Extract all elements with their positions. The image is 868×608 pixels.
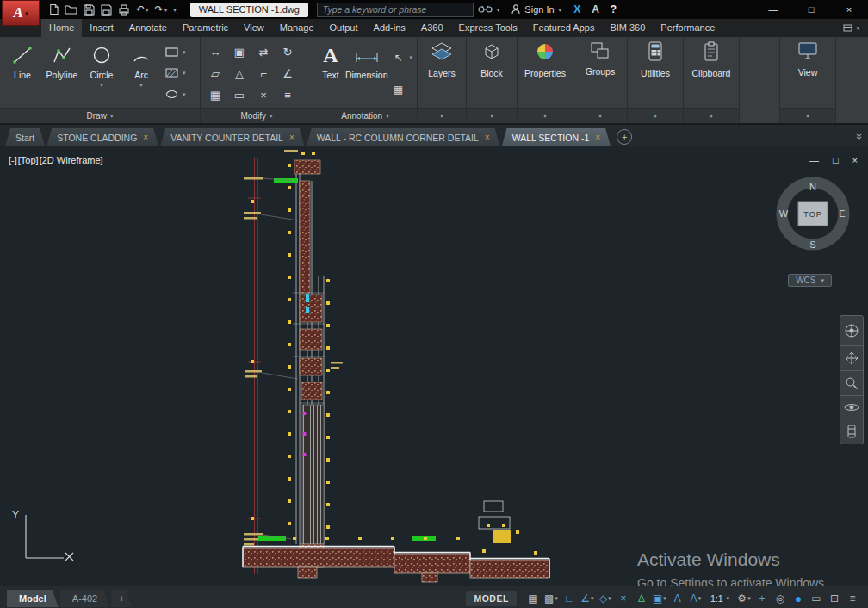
- clipboard-panel-expander[interactable]: ▾: [684, 108, 739, 123]
- layout-tab-a402[interactable]: A-402: [60, 590, 109, 607]
- dimension-button[interactable]: Dimension: [345, 39, 388, 108]
- a360-icon[interactable]: A: [592, 3, 599, 16]
- ortho-toggle[interactable]: ∟: [561, 590, 578, 607]
- offset-icon[interactable]: ≡: [277, 86, 298, 105]
- annotation-panel-expander[interactable]: Annotation ▾: [313, 108, 417, 123]
- new-file-button[interactable]: [48, 3, 59, 16]
- zoom-button[interactable]: [840, 370, 863, 395]
- save-as-button[interactable]: [101, 4, 112, 16]
- explode-icon[interactable]: ×: [253, 86, 274, 105]
- customization-button[interactable]: ≡: [844, 590, 861, 607]
- ribbon-tab-parametric[interactable]: Parametric: [175, 19, 236, 37]
- ribbon-tab-bim360[interactable]: BIM 360: [602, 19, 653, 37]
- pan-button[interactable]: [840, 345, 863, 370]
- utilities-panel-expander[interactable]: ▾: [628, 108, 683, 123]
- viewcube-south[interactable]: S: [809, 239, 815, 250]
- text-button[interactable]: A Text: [316, 39, 345, 108]
- visual-style-button[interactable]: [2D Wireframe]: [40, 155, 103, 165]
- move-icon[interactable]: ↔: [205, 43, 226, 62]
- close-tab-icon[interactable]: ×: [143, 133, 148, 142]
- new-drawing-tab-button[interactable]: +: [617, 129, 632, 145]
- viewport-restore-icon[interactable]: □: [833, 155, 839, 165]
- trim-icon[interactable]: ⌐: [253, 65, 274, 84]
- stretch-icon[interactable]: ⇄: [253, 43, 274, 62]
- fillet-icon[interactable]: ∠: [277, 65, 298, 84]
- polyline-button[interactable]: Polyline: [42, 39, 82, 108]
- ribbon-tab-view[interactable]: View: [236, 19, 272, 37]
- block-button[interactable]: Block: [469, 39, 514, 108]
- ribbon-tab-addins[interactable]: Add-ins: [366, 19, 413, 37]
- polar-tracking-toggle[interactable]: ∠▾: [579, 590, 596, 607]
- ribbon-tab-home[interactable]: Home: [41, 19, 82, 37]
- view-controls-button[interactable]: [Top]: [18, 155, 39, 165]
- utilities-button[interactable]: Utilities: [630, 39, 680, 108]
- search-input[interactable]: [317, 3, 474, 17]
- search-binoculars-icon[interactable]: [478, 4, 493, 16]
- erase-icon[interactable]: ▭: [229, 86, 250, 105]
- ribbon-tab-insert[interactable]: Insert: [82, 19, 121, 37]
- redo-button[interactable]: ↷▾: [155, 4, 168, 15]
- mirror-icon[interactable]: ▱: [205, 65, 226, 84]
- exchange-apps-icon[interactable]: X: [574, 3, 580, 16]
- properties-button[interactable]: Properties: [520, 39, 570, 108]
- draw-panel-expander[interactable]: Draw ▾: [0, 108, 200, 123]
- groups-panel-expander[interactable]: ▾: [574, 108, 627, 123]
- arc-button[interactable]: Arc ▾: [121, 39, 161, 108]
- file-tab-vanity-counter-detail[interactable]: VANITY COUNTER DETAIL ×: [160, 128, 305, 146]
- caret-down-icon[interactable]: ▾: [497, 7, 500, 13]
- save-button[interactable]: [84, 4, 95, 16]
- modify-panel-expander[interactable]: Modify ▾: [201, 108, 313, 123]
- viewcube-west[interactable]: W: [779, 208, 789, 219]
- wcs-control[interactable]: WCS ▾: [788, 274, 832, 287]
- file-tab-wall-section-1[interactable]: WALL SECTION -1 ×: [502, 128, 611, 146]
- annotation-scale-control[interactable]: 1:1▾: [705, 593, 735, 604]
- application-menu-button[interactable]: A ▾: [2, 0, 40, 26]
- osnap-toggle[interactable]: ▣▾: [651, 590, 668, 607]
- close-tab-icon[interactable]: ×: [289, 133, 294, 142]
- copy-icon[interactable]: ▣: [229, 43, 250, 62]
- close-button[interactable]: ×: [830, 0, 868, 19]
- annotation-monitor-toggle[interactable]: +: [753, 590, 771, 607]
- ribbon-tab-express-tools[interactable]: Express Tools: [451, 19, 525, 37]
- ribbon-tab-annotate[interactable]: Annotate: [121, 19, 175, 37]
- plot-button[interactable]: [118, 4, 130, 16]
- help-icon[interactable]: ?: [611, 3, 617, 16]
- viewport-menu-button[interactable]: [-]: [9, 155, 17, 165]
- clipboard-button[interactable]: Clipboard: [686, 39, 736, 108]
- isodraft-toggle[interactable]: ◇▾: [597, 590, 614, 607]
- maximize-button[interactable]: □: [792, 0, 830, 19]
- clean-screen-toggle[interactable]: ⊡: [826, 590, 843, 607]
- ribbon-tab-a360[interactable]: A360: [413, 19, 451, 37]
- model-space-button[interactable]: MODEL: [466, 591, 516, 606]
- ribbon-tab-output[interactable]: Output: [322, 19, 366, 37]
- ribbon-display-toggle[interactable]: ▾: [843, 19, 859, 37]
- workspace-switching-button[interactable]: ⚙▾: [735, 590, 753, 607]
- tab-overflow-chevron-icon[interactable]: »: [853, 133, 866, 140]
- groups-button[interactable]: Groups: [576, 39, 624, 108]
- file-tab-stone-cladding[interactable]: STONE CLADDING ×: [46, 128, 158, 146]
- annotation-visibility-toggle[interactable]: A: [669, 590, 686, 607]
- view-panel-expander[interactable]: ▾: [780, 108, 835, 123]
- navigation-wheel-button[interactable]: [840, 316, 863, 345]
- new-layout-button[interactable]: +: [111, 590, 132, 607]
- scale-icon[interactable]: △: [229, 65, 250, 84]
- viewport-minimize-icon[interactable]: —: [809, 155, 819, 165]
- line-button[interactable]: Line: [3, 39, 42, 108]
- close-tab-icon[interactable]: ×: [595, 133, 600, 142]
- layers-button[interactable]: Layers: [420, 39, 463, 108]
- viewport-close-icon[interactable]: ×: [852, 155, 858, 165]
- ribbon-tab-manage[interactable]: Manage: [272, 19, 322, 37]
- file-tab-start[interactable]: Start: [5, 128, 45, 146]
- view-button[interactable]: View: [783, 39, 833, 108]
- hatch-tool-button[interactable]: ▾: [163, 66, 186, 80]
- drawing-canvas[interactable]: [-] [Top] [2D Wireframe] — □ × N S W E T…: [0, 146, 868, 586]
- open-file-button[interactable]: [65, 4, 78, 15]
- layers-panel-expander[interactable]: ▾: [418, 108, 466, 123]
- show-motion-button[interactable]: [840, 419, 863, 444]
- graphics-performance-toggle[interactable]: ●: [790, 590, 807, 607]
- viewcube[interactable]: N S W E TOP: [775, 176, 851, 251]
- autoscale-toggle[interactable]: A▾: [687, 590, 704, 607]
- qat-customize-button[interactable]: ▾: [173, 7, 177, 13]
- snap-toggle[interactable]: ▩▾: [542, 590, 560, 607]
- array-icon[interactable]: ▦: [205, 86, 226, 105]
